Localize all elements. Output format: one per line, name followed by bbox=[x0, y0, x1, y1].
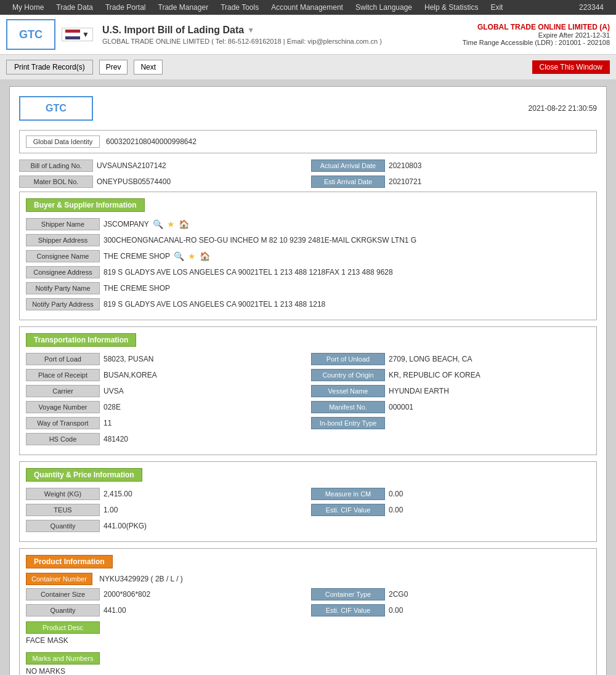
hs-code-item: HS Code 481420 bbox=[26, 433, 305, 445]
flag-arrow: ▼ bbox=[82, 30, 89, 39]
nav-my-home[interactable]: My Home bbox=[6, 0, 50, 15]
nav-trade-tools[interactable]: Trade Tools bbox=[214, 0, 265, 15]
consignee-name-value: THE CREME SHOP bbox=[103, 252, 170, 261]
carrier-value: UVSA bbox=[103, 387, 124, 395]
quantity-item: Quantity 441.00(PKG) bbox=[26, 520, 305, 532]
page-subtitle: GLOBAL TRADE ONLINE LIMITED ( Tel: 86-51… bbox=[102, 38, 463, 45]
esti-cif2-value: 0.00 bbox=[389, 606, 403, 615]
logo-text: GTC bbox=[19, 28, 43, 41]
record-header: GTC 2021-08-22 21:30:59 bbox=[19, 96, 597, 121]
nav-trade-data[interactable]: Trade Data bbox=[50, 0, 99, 15]
product-desc-label: Product Desc bbox=[26, 621, 100, 634]
marks-numbers-label: Marks and Numbers bbox=[26, 652, 100, 665]
port-of-load-label: Port of Load bbox=[26, 353, 100, 365]
measure-cm-value: 0.00 bbox=[389, 490, 403, 498]
record-logo: GTC bbox=[19, 96, 93, 121]
qty-price-section: Quantity & Price Information Weight (KG)… bbox=[19, 461, 597, 542]
page-title-area: U.S. Import Bill of Lading Data ▼ GLOBAL… bbox=[102, 25, 463, 45]
consignee-address-value: 819 S GLADYS AVE LOS ANGELES CA 90021TEL… bbox=[103, 268, 393, 277]
port-of-unload-item: Port of Unload 2709, LONG BEACH, CA bbox=[311, 353, 590, 365]
nav-exit[interactable]: Exit bbox=[484, 0, 509, 15]
bol-no-value: UVSAUNSA2107142 bbox=[97, 161, 166, 170]
buyer-supplier-section: Buyer & Supplier Information Shipper Nam… bbox=[19, 192, 597, 320]
manifest-no-label: Manifest No. bbox=[311, 401, 385, 413]
esti-arrival-label: Esti Arrival Date bbox=[311, 176, 385, 188]
buyer-supplier-title: Buyer & Supplier Information bbox=[26, 198, 145, 212]
nav-items: My Home Trade Data Trade Portal Trade Ma… bbox=[6, 0, 579, 15]
product-section: Product Information Container Number NYK… bbox=[19, 548, 597, 675]
esti-cif2-label: Esti. CIF Value bbox=[311, 604, 385, 616]
measure-cm-item: Measure in CM 0.00 bbox=[311, 488, 590, 500]
nav-trade-portal[interactable]: Trade Portal bbox=[99, 0, 152, 15]
home-icon-shipper[interactable]: 🏠 bbox=[179, 219, 189, 229]
port-of-unload-label: Port of Unload bbox=[311, 353, 385, 365]
home-icon-consignee[interactable]: 🏠 bbox=[200, 251, 210, 261]
header-bar: GTC ▼ U.S. Import Bill of Lading Data ▼ … bbox=[0, 15, 616, 55]
marks-numbers-row: Marks and Numbers NO MARKS bbox=[26, 652, 590, 675]
way-of-transport-value: 11 bbox=[103, 419, 111, 427]
notify-party-name-value: THE CREME SHOP bbox=[103, 284, 170, 293]
page-title: U.S. Import Bill of Lading Data ▼ bbox=[102, 25, 463, 36]
container-size-item: Container Size 2000*806*802 bbox=[26, 588, 305, 600]
country-of-origin-item: Country of Origin KR, REPUBLIC OF KOREA bbox=[311, 369, 590, 381]
transport-title: Transportation Information bbox=[26, 333, 136, 347]
main-content: GTC 2021-08-22 21:30:59 Global Data Iden… bbox=[0, 80, 616, 675]
place-of-receipt-label: Place of Receipt bbox=[26, 369, 100, 381]
container-number-value: NYKU3429929 ( 2B / L / ) bbox=[99, 575, 183, 583]
action-bar-top: Print Trade Record(s) Prev Next Close Th… bbox=[0, 55, 616, 80]
nav-account-mgmt[interactable]: Account Management bbox=[265, 0, 349, 15]
shipper-name-label: Shipper Name bbox=[26, 218, 100, 230]
teus-label: TEUS bbox=[26, 504, 100, 516]
notify-party-name-label: Notify Party Name bbox=[26, 282, 100, 294]
print-button-top[interactable]: Print Trade Record(s) bbox=[6, 60, 93, 75]
nav-trade-manager[interactable]: Trade Manager bbox=[152, 0, 215, 15]
mater-bol-label: Mater BOL No. bbox=[19, 176, 93, 188]
global-data-id-value: 6003202108040000998642 bbox=[106, 137, 197, 146]
measure-cm-label: Measure in CM bbox=[311, 488, 385, 500]
star-icon-consignee[interactable]: ★ bbox=[188, 251, 196, 261]
esti-cif-label: Esti. CIF Value bbox=[311, 504, 385, 516]
quantity-label: Quantity bbox=[26, 520, 100, 532]
container-type-value: 2CG0 bbox=[389, 590, 408, 599]
close-button-top[interactable]: Close This Window bbox=[532, 60, 610, 74]
product-title: Product Information bbox=[26, 555, 113, 568]
consignee-name-label: Consignee Name bbox=[26, 250, 100, 262]
port-of-unload-value: 2709, LONG BEACH, CA bbox=[389, 355, 472, 363]
prev-button-top[interactable]: Prev bbox=[99, 60, 128, 75]
weight-kg-label: Weight (KG) bbox=[26, 488, 100, 500]
flag-button[interactable]: ▼ bbox=[62, 28, 93, 41]
search-icon-shipper[interactable]: 🔍 bbox=[153, 219, 163, 229]
nav-help-stats[interactable]: Help & Statistics bbox=[418, 0, 484, 15]
actual-arrival-item: Actual Arrival Date 20210803 bbox=[311, 160, 597, 172]
esti-cif-item: Esti. CIF Value 0.00 bbox=[311, 504, 590, 516]
notify-party-address-item: Notify Party Address 819 S GLADYS AVE LO… bbox=[26, 298, 590, 310]
top-navigation: My Home Trade Data Trade Portal Trade Ma… bbox=[0, 0, 616, 15]
port-of-load-item: Port of Load 58023, PUSAN bbox=[26, 353, 305, 365]
carrier-label: Carrier bbox=[26, 385, 100, 397]
product-grid: Container Size 2000*806*802 Container Ty… bbox=[26, 588, 590, 616]
container-type-item: Container Type 2CG0 bbox=[311, 588, 590, 600]
actual-arrival-value: 20210803 bbox=[389, 161, 421, 170]
search-icon-consignee[interactable]: 🔍 bbox=[174, 251, 184, 261]
container-number-label: Container Number bbox=[26, 573, 92, 585]
hs-code-label: HS Code bbox=[26, 433, 100, 445]
company-info: GLOBAL TRADE ONLINE LIMITED (A) Expire A… bbox=[463, 23, 610, 46]
nav-switch-lang[interactable]: Switch Language bbox=[349, 0, 418, 15]
country-of-origin-label: Country of Origin bbox=[311, 369, 385, 381]
transport-grid: Port of Load 58023, PUSAN Port of Unload… bbox=[26, 353, 590, 445]
way-of-transport-item: Way of Transport 11 bbox=[26, 417, 305, 429]
qty-price-title: Quantity & Price Information bbox=[26, 468, 142, 482]
next-button-top[interactable]: Next bbox=[134, 60, 163, 75]
esti-cif-value: 0.00 bbox=[389, 506, 403, 514]
weight-kg-item: Weight (KG) 2,415.00 bbox=[26, 488, 305, 500]
identity-row: Global Data Identity 6003202108040000998… bbox=[19, 130, 597, 153]
esti-arrival-value: 20210721 bbox=[389, 177, 421, 186]
notify-party-address-value: 819 S GLADYS AVE LOS ANGELES CA 90021TEL… bbox=[103, 300, 325, 309]
time-range: Time Range Accessible (LDR) : 201001 - 2… bbox=[463, 39, 610, 46]
container-size-value: 2000*806*802 bbox=[103, 590, 150, 599]
notify-party-address-label: Notify Party Address bbox=[26, 298, 100, 310]
mater-bol-item: Mater BOL No. ONEYPUSB05574400 bbox=[19, 176, 305, 188]
star-icon-shipper[interactable]: ★ bbox=[167, 219, 175, 229]
carrier-item: Carrier UVSA bbox=[26, 385, 305, 397]
expire-info: Expire After 2021-12-31 bbox=[463, 31, 610, 39]
